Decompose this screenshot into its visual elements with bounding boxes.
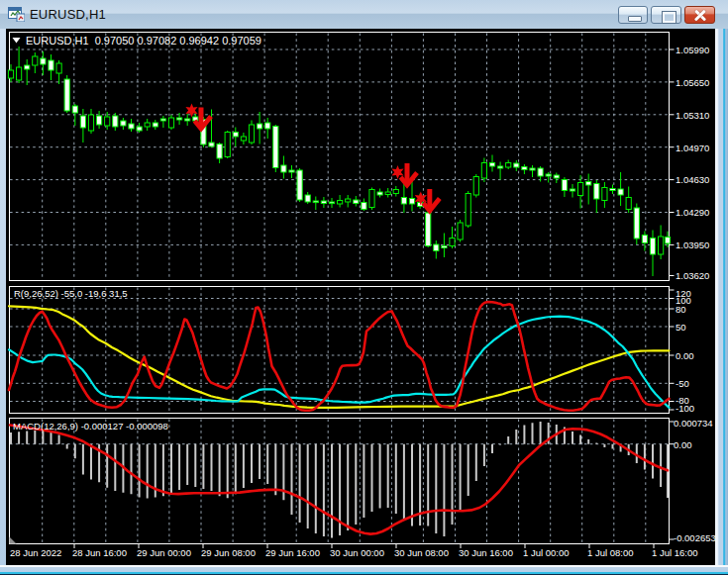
svg-text:R(9,26,52) -55,0 -19,6 31,5: R(9,26,52) -55,0 -19,6 31,5 xyxy=(14,288,128,299)
svg-text:30 Jun 16:00: 30 Jun 16:00 xyxy=(459,547,513,558)
svg-text:1.04290: 1.04290 xyxy=(676,207,709,218)
svg-text:1.05990: 1.05990 xyxy=(676,45,709,55)
svg-text:1.03620: 1.03620 xyxy=(676,270,709,281)
svg-text:29 Jun 08:00: 29 Jun 08:00 xyxy=(201,547,256,558)
svg-text:1.04970: 1.04970 xyxy=(676,143,709,153)
svg-text:0.000734: 0.000734 xyxy=(674,418,713,429)
svg-text:28 Jun 16:00: 28 Jun 16:00 xyxy=(72,547,127,558)
svg-text:30 Jun 00:00: 30 Jun 00:00 xyxy=(330,547,384,558)
svg-text:29 Jun 16:00: 29 Jun 16:00 xyxy=(265,547,320,558)
svg-text:1.05310: 1.05310 xyxy=(676,110,709,121)
svg-text:-100: -100 xyxy=(676,403,694,414)
svg-text:MACD(12,26,9) -0.000127 -0.000: MACD(12,26,9) -0.000127 -0.000098 xyxy=(13,421,168,431)
svg-text:1.04630: 1.04630 xyxy=(676,174,709,185)
svg-text:1 Jul 00:00: 1 Jul 00:00 xyxy=(523,547,569,558)
svg-text:0.00: 0.00 xyxy=(676,350,694,361)
svg-text:0.00: 0.00 xyxy=(674,439,692,450)
svg-text:1 Jul 16:00: 1 Jul 16:00 xyxy=(652,547,697,558)
svg-text:50: 50 xyxy=(676,322,686,333)
svg-text:1 Jul 08:00: 1 Jul 08:00 xyxy=(587,547,633,558)
svg-text:28 Jun 2022: 28 Jun 2022 xyxy=(10,547,61,558)
svg-text:30 Jun 08:00: 30 Jun 08:00 xyxy=(394,547,449,558)
svg-text:29 Jun 00:00: 29 Jun 00:00 xyxy=(137,547,191,558)
svg-text:-50: -50 xyxy=(676,378,689,389)
svg-text:EURUSD,H1 0.97050 0.97082 0.9: EURUSD,H1 0.97050 0.97082 0.96942 0.9705… xyxy=(26,35,261,47)
svg-text:-0.002653: -0.002653 xyxy=(674,532,715,543)
svg-text:1.03950: 1.03950 xyxy=(676,240,709,250)
svg-text:1.05650: 1.05650 xyxy=(676,77,709,88)
svg-text:80: 80 xyxy=(676,304,686,315)
